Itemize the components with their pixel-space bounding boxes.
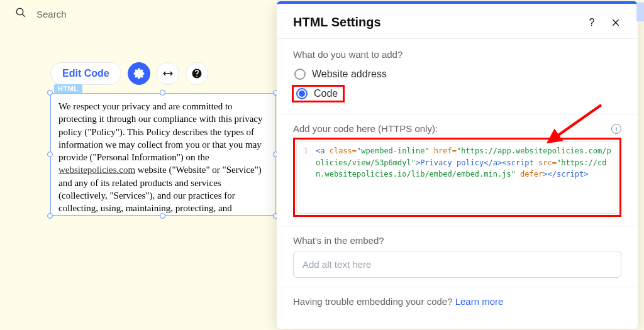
resize-handle-ml[interactable] — [47, 151, 53, 157]
separator-3 — [277, 287, 638, 287]
radio-unselected-icon — [294, 69, 306, 80]
policy-link[interactable]: websitepolicies.com — [58, 165, 135, 175]
svg-point-0 — [16, 8, 23, 15]
resize-handle-tl[interactable] — [47, 90, 53, 96]
code-line-number: 1 — [297, 145, 311, 157]
code-area-highlight: 1 <a class="wpembed-inline" href="https:… — [293, 138, 621, 217]
svg-line-1 — [22, 14, 25, 17]
radio-website-address[interactable]: Website address — [293, 66, 621, 82]
edit-code-button[interactable]: Edit Code — [50, 62, 121, 85]
html-embed-block[interactable]: HTML We respect your privacy and are com… — [50, 93, 275, 216]
resize-handle-mt[interactable] — [160, 90, 165, 96]
right-edge-hint — [636, 3, 644, 21]
editor-canvas: Search Edit Code HTML We respect your pr… — [0, 0, 644, 330]
radio-website-label: Website address — [312, 69, 387, 80]
modal-title: HTML Settings — [293, 15, 381, 30]
resize-handle-mb[interactable] — [160, 213, 165, 219]
modal-header: HTML Settings ? — [277, 4, 638, 39]
add-type-question: What do you want to add? — [293, 49, 621, 60]
embed-question: What's in the embed? — [293, 235, 621, 246]
code-content: <a class="wpembed-inline" href="https://… — [316, 145, 615, 180]
code-area-label: Add your code here (HTTPS only): — [293, 123, 438, 134]
stretch-button[interactable] — [157, 62, 179, 85]
code-textarea[interactable]: 1 <a class="wpembed-inline" href="https:… — [296, 141, 618, 214]
search-icon[interactable] — [15, 7, 26, 21]
help-button[interactable] — [186, 62, 208, 85]
modal-help-icon[interactable]: ? — [586, 17, 597, 28]
html-settings-modal: HTML Settings ? What do you want to add?… — [277, 1, 638, 329]
settings-button[interactable] — [128, 62, 150, 85]
html-block-toolbar: Edit Code — [50, 62, 208, 85]
radio-code-label: Code — [314, 88, 338, 99]
separator — [277, 114, 638, 114]
learn-more-link[interactable]: Learn more — [455, 296, 504, 307]
alt-text-input[interactable] — [293, 251, 621, 278]
html-badge: HTML — [54, 84, 82, 93]
modal-close-icon[interactable] — [610, 17, 621, 28]
policy-text-before: We respect your privacy and are committe… — [58, 101, 263, 162]
separator-2 — [277, 226, 638, 226]
radio-code[interactable]: Code — [293, 82, 621, 105]
trouble-row: Having trouble embedding your code? Lear… — [293, 296, 621, 307]
trouble-text: Having trouble embedding your code? — [293, 296, 455, 307]
search-placeholder[interactable]: Search — [36, 9, 67, 19]
radio-selected-icon — [296, 88, 308, 99]
resize-handle-bl[interactable] — [47, 213, 53, 219]
html-embed-content: We respect your privacy and are committe… — [50, 93, 275, 216]
modal-body: What do you want to add? Website address… — [277, 39, 638, 312]
info-icon[interactable]: i — [611, 124, 621, 134]
